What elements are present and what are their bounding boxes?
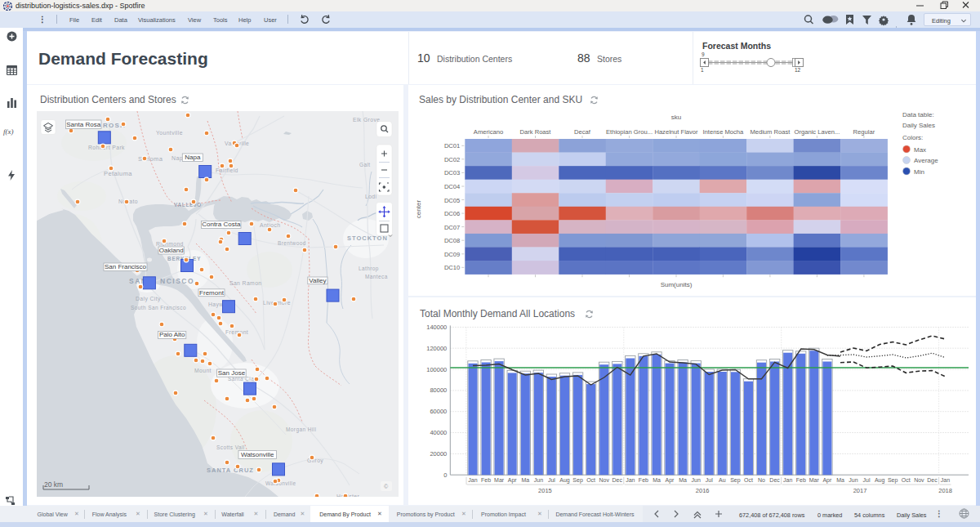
- svg-text:DC09: DC09: [444, 251, 460, 258]
- svg-text:Jul: Jul: [706, 477, 713, 483]
- svg-text:Jan: Jan: [626, 477, 635, 483]
- svg-text:Ma: Ma: [679, 477, 687, 483]
- svg-text:20000: 20000: [430, 450, 447, 458]
- svg-text:DC10: DC10: [444, 264, 460, 271]
- svg-text:Contra Costa: Contra Costa: [202, 221, 241, 228]
- svg-text:Oakland: Oakland: [159, 247, 184, 254]
- svg-text:80000: 80000: [430, 386, 447, 394]
- svg-text:Min: Min: [914, 168, 924, 176]
- svg-text:San Jose: San Jose: [218, 369, 246, 377]
- svg-text:Medium Roast: Medium Roast: [750, 128, 791, 136]
- svg-text:DC07: DC07: [444, 224, 460, 231]
- svg-text:NCISCO: NCISCO: [160, 277, 194, 285]
- svg-text:Max: Max: [914, 146, 926, 154]
- svg-text:San Francisco: San Francisco: [105, 263, 147, 270]
- svg-text:Lodi: Lodi: [365, 194, 377, 199]
- svg-text:Decaf: Decaf: [574, 128, 591, 136]
- svg-text:Americano: Americano: [474, 128, 503, 136]
- svg-text:Daily Sales: Daily Sales: [902, 122, 935, 129]
- svg-text:Colors:: Colors:: [902, 134, 923, 141]
- svg-text:Ma: Ma: [836, 477, 844, 483]
- svg-text:Dec: Dec: [612, 477, 623, 483]
- svg-text:Oct: Oct: [902, 477, 911, 483]
- svg-text:Palo Alto: Palo Alto: [159, 331, 185, 338]
- svg-text:100000: 100000: [426, 366, 447, 373]
- svg-text:Dec: Dec: [769, 477, 780, 483]
- svg-text:Sum(units): Sum(units): [661, 281, 693, 288]
- svg-text:DC03: DC03: [444, 169, 460, 176]
- svg-text:San Ramon: San Ramon: [229, 280, 262, 286]
- svg-text:40000: 40000: [430, 429, 447, 436]
- svg-text:Morgan Hill: Morgan Hill: [286, 427, 316, 433]
- svg-text:SANTA CRUZ: SANTA CRUZ: [207, 467, 254, 474]
- svg-text:Jun: Jun: [692, 477, 701, 483]
- svg-text:Feb: Feb: [639, 477, 648, 483]
- svg-text:Jan: Jan: [468, 477, 477, 483]
- svg-text:Regular: Regular: [853, 128, 875, 136]
- svg-text:140000: 140000: [426, 324, 447, 331]
- svg-text:DC06: DC06: [444, 210, 460, 217]
- svg-text:Apr: Apr: [508, 477, 518, 484]
- svg-text:Average: Average: [914, 157, 938, 164]
- svg-text:No: No: [758, 477, 765, 483]
- svg-text:120000: 120000: [426, 345, 447, 352]
- svg-text:Galt: Galt: [359, 162, 371, 167]
- svg-text:Sep: Sep: [888, 477, 898, 484]
- svg-text:Organic Laven...: Organic Laven...: [795, 128, 840, 136]
- svg-text:Intense Mocha: Intense Mocha: [702, 128, 744, 136]
- svg-text:Rohnert Park: Rohnert Park: [88, 145, 125, 150]
- svg-text:Ma: Ma: [521, 477, 529, 483]
- svg-text:center: center: [415, 200, 422, 219]
- svg-text:DC08: DC08: [444, 237, 460, 244]
- svg-text:0: 0: [443, 471, 447, 479]
- svg-text:Mar: Mar: [494, 477, 505, 483]
- svg-text:Apr: Apr: [822, 477, 832, 484]
- svg-text:Sep: Sep: [572, 477, 583, 484]
- svg-text:Santa Rosa: Santa Rosa: [66, 121, 100, 128]
- svg-text:Mar: Mar: [809, 477, 820, 483]
- svg-text:Yountville: Yountville: [156, 130, 183, 136]
- svg-text:Jul: Jul: [863, 477, 871, 483]
- svg-text:South San Francisco: South San Francisco: [131, 305, 186, 310]
- svg-text:DC05: DC05: [444, 197, 460, 204]
- svg-text:DC04: DC04: [444, 183, 460, 190]
- svg-text:Manteca: Manteca: [365, 274, 388, 279]
- svg-text:Fairfield: Fairfield: [216, 167, 238, 173]
- svg-text:Nov: Nov: [914, 477, 924, 483]
- svg-text:2018: 2018: [938, 487, 952, 494]
- svg-text:2016: 2016: [696, 487, 710, 494]
- svg-text:Feb: Feb: [796, 477, 806, 483]
- svg-text:Petaluma: Petaluma: [104, 170, 132, 177]
- svg-text:Antioch: Antioch: [260, 222, 280, 228]
- svg-text:60000: 60000: [430, 408, 447, 415]
- svg-text:Hazelnut Flavor: Hazelnut Flavor: [654, 128, 698, 136]
- svg-text:Jan: Jan: [783, 477, 792, 483]
- svg-text:Jul: Jul: [548, 477, 555, 483]
- svg-text:Jun: Jun: [534, 477, 543, 483]
- svg-text:Mount: Mount: [194, 368, 212, 373]
- svg-text:Fremont: Fremont: [199, 289, 225, 297]
- svg-text:2017: 2017: [853, 487, 867, 494]
- svg-text:Daly City: Daly City: [136, 296, 161, 302]
- svg-text:sku: sku: [671, 114, 681, 121]
- svg-text:Data table:: Data table:: [902, 111, 934, 118]
- svg-text:Lathrop: Lathrop: [359, 266, 379, 272]
- svg-text:Feb: Feb: [481, 477, 491, 483]
- svg-text:Au: Au: [719, 477, 726, 483]
- svg-text:20 km: 20 km: [44, 480, 63, 489]
- svg-text:Jun: Jun: [849, 477, 858, 483]
- svg-text:Valley: Valley: [309, 277, 326, 284]
- svg-text:DC02: DC02: [444, 156, 460, 163]
- svg-text:Oct: Oct: [744, 477, 753, 483]
- svg-text:Nov: Nov: [599, 477, 609, 483]
- svg-text:Brentwood: Brentwood: [278, 240, 306, 246]
- svg-text:VALLEJO: VALLEJO: [174, 202, 202, 208]
- svg-text:Ma: Ma: [653, 477, 661, 483]
- svg-text:Aug: Aug: [875, 477, 885, 484]
- svg-text:Apr: Apr: [666, 477, 675, 484]
- svg-text:Oct: Oct: [586, 477, 595, 483]
- svg-text:©: ©: [384, 484, 389, 489]
- svg-text:Scotts Vall: Scotts Vall: [216, 444, 245, 450]
- svg-text:DC01: DC01: [444, 142, 460, 150]
- svg-text:Elk Grove: Elk Grove: [353, 117, 380, 123]
